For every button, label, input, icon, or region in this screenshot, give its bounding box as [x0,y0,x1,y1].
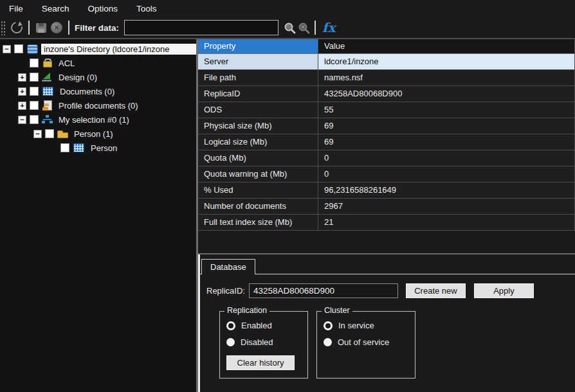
filter-data-input[interactable] [124,20,278,35]
circle-badge-button[interactable]: × [49,20,64,35]
expand-icon[interactable]: + [18,73,26,82]
toolbar-separator [68,21,69,35]
radio-option-in-service[interactable]: In service [324,321,406,330]
property-row[interactable]: Logical size (Mb)69 [198,134,575,150]
replication-group-title: Replication [224,306,269,315]
property-name-cell: Number of documents [198,199,318,214]
tree-item[interactable]: −My selection #0 (1) [0,112,196,127]
tree-checkbox[interactable] [45,129,54,138]
design-icon [42,72,53,82]
circle-badge-icon: × [51,22,62,33]
property-grid-header: PropertyValue [198,39,575,54]
tree-checkbox[interactable] [30,115,39,124]
property-name-cell: ODS [198,102,318,118]
replication-groupbox: Replication EnabledDisabled Clear histor… [219,311,308,379]
tree-item[interactable]: +Design (0) [0,70,196,84]
radio-selected-icon[interactable] [226,321,235,330]
cluster-group-title: Cluster [322,306,352,315]
fx-formula-button[interactable]: fx [320,20,338,35]
radio-label: In service [338,321,374,330]
tree-item[interactable]: +Profile documents (0) [0,98,196,112]
refresh-icon [8,19,24,35]
toolbar-grip-handle[interactable] [1,20,5,35]
tree-item-label: ACL [56,58,77,69]
radio-option-enabled[interactable]: Enabled [226,321,298,330]
tree-item-label: Design (0) [56,72,100,83]
tab-strip: Database [200,258,575,274]
create-new-button[interactable]: Create new [406,283,466,298]
collapse-icon[interactable]: − [3,45,11,53]
value-column-header[interactable]: Value [318,39,575,53]
property-value-cell: 43258AD80068D900 [318,86,575,102]
database-detail-panel: Database ReplicaID: Create new Apply Rep… [198,254,575,392]
property-name-cell: Full text index size (Mb) [198,215,318,230]
database-tree-panel: −inzone's Directory (ldcore1/inzoneACL+D… [0,39,198,392]
profile-icon [42,100,53,111]
property-row[interactable]: Quota warning at (Mb)0 [198,166,575,183]
tree-item[interactable]: +Documents (0) [0,84,196,98]
tree-item-label: Person (1) [71,129,116,139]
lock-icon [42,58,53,68]
property-name-cell: Quota warning at (Mb) [198,166,318,182]
property-value-cell: 69 [318,134,575,150]
tree-item[interactable]: ACL [0,56,196,70]
property-row[interactable]: Number of documents2967 [198,199,575,215]
apply-button[interactable]: Apply [474,283,534,298]
property-row[interactable]: Serverldcore1/inzone [198,54,575,70]
radio-unselected-icon[interactable] [324,338,332,346]
save-button[interactable] [33,20,49,35]
menu-item-options[interactable]: Options [87,3,128,15]
radio-selected-icon[interactable] [324,321,333,330]
radio-option-disabled[interactable]: Disabled [226,337,298,347]
tree-checkbox[interactable] [30,87,39,96]
tree-checkbox[interactable] [30,101,39,110]
property-grid: PropertyValueServerldcore1/inzoneFile pa… [198,39,575,253]
property-value-cell: 96,2316588261649 [318,183,575,198]
menu-bar: FileSearchOptionsTools [0,0,575,17]
property-row[interactable]: % Used96,2316588261649 [198,183,575,199]
cluster-groupbox: Cluster In serviceOut of service [316,311,415,379]
tree-item[interactable]: Person [0,141,196,155]
property-row[interactable]: Quota (Mb)0 [198,150,575,166]
search-button[interactable] [282,20,297,35]
tree-checkbox[interactable] [60,143,69,152]
radio-unselected-icon[interactable] [226,338,235,346]
expand-icon[interactable]: + [18,102,26,110]
tree-item[interactable]: −inzone's Directory (ldcore1/inzone [0,42,196,56]
property-column-header[interactable]: Property [198,39,318,53]
tree-checkbox[interactable] [30,58,39,67]
property-row[interactable]: Full text index size (Mb)21 [198,215,575,231]
folder-icon [57,132,68,138]
property-name-cell: Physical size (Mb) [198,118,318,134]
clear-history-button[interactable]: Clear history [226,355,295,370]
refresh-button[interactable] [9,20,24,35]
property-name-cell: % Used [198,183,318,198]
menu-item-file[interactable]: File [8,3,33,15]
search-clear-button[interactable] [297,20,311,35]
toolbar: × Filter data: fx [0,17,575,39]
menu-item-search[interactable]: Search [41,3,79,15]
menu-item-tools[interactable]: Tools [135,3,167,15]
collapse-icon[interactable]: − [18,116,26,124]
property-row[interactable]: File pathnames.nsf [198,70,575,86]
property-row[interactable]: ReplicaID43258AD80068D900 [198,86,575,102]
collapse-icon[interactable]: − [33,130,42,138]
database-icon [27,44,38,54]
property-row[interactable]: Physical size (Mb)69 [198,118,575,134]
right-panel: PropertyValueServerldcore1/inzoneFile pa… [198,39,575,392]
expand-icon[interactable]: + [18,87,26,96]
property-value-cell: 0 [318,150,575,166]
database-tab-content: ReplicaID: Create new Apply Replication … [200,274,575,379]
tree-item[interactable]: −Person (1) [0,127,196,141]
radio-label: Out of service [338,337,389,347]
radio-label: Disabled [241,337,273,347]
radio-option-out-of-service[interactable]: Out of service [324,337,406,347]
tree-checkbox[interactable] [14,44,23,53]
tree-checkbox[interactable] [30,73,39,82]
replica-id-input[interactable] [249,283,398,298]
property-row[interactable]: ODS55 [198,102,575,118]
table-icon [73,143,84,152]
filter-data-label: Filter data: [75,23,119,33]
tree-item-label: My selection #0 (1) [56,114,132,125]
tab-database[interactable]: Database [201,259,255,274]
